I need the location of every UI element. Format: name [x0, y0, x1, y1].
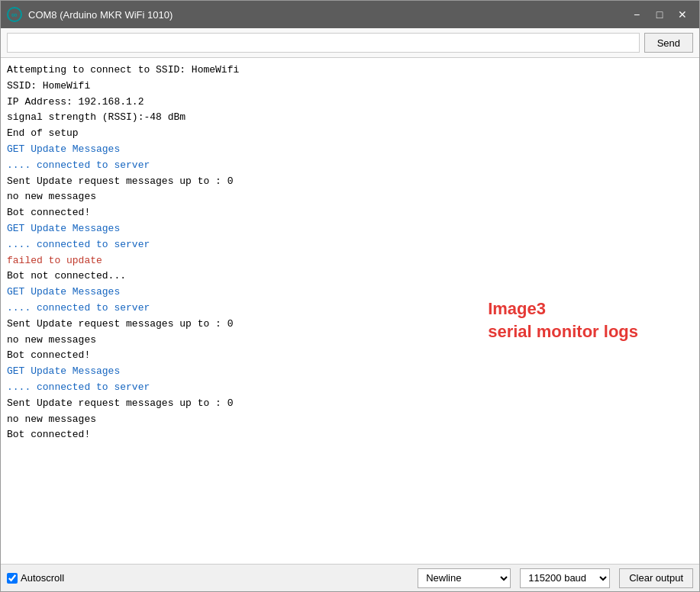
title-bar: ∞ COM8 (Arduino MKR WiFi 1010) − □ ✕: [1, 1, 699, 28]
log-line: IP Address: 192.168.1.2: [7, 95, 693, 111]
log-line: .... connected to server: [7, 237, 693, 253]
log-line: .... connected to server: [7, 301, 693, 317]
log-line: no new messages: [7, 412, 693, 428]
log-line: failed to update: [7, 253, 693, 269]
log-line: Bot connected!: [7, 348, 693, 364]
log-line: SSID: HomeWifi: [7, 79, 693, 95]
log-line: Bot not connected...: [7, 269, 693, 285]
minimize-button[interactable]: −: [626, 4, 647, 25]
window-title: COM8 (Arduino MKR WiFi 1010): [28, 9, 626, 21]
autoscroll-text: Autoscroll: [21, 572, 64, 584]
autoscroll-checkbox[interactable]: [7, 573, 18, 584]
main-window: ∞ COM8 (Arduino MKR WiFi 1010) − □ ✕ Sen…: [0, 0, 700, 592]
log-line: Attempting to connect to SSID: HomeWifi: [7, 63, 693, 79]
maximize-button[interactable]: □: [649, 4, 670, 25]
log-line: no new messages: [7, 189, 693, 205]
serial-input[interactable]: [7, 33, 640, 53]
arduino-logo-icon: ∞: [7, 7, 22, 22]
newline-dropdown[interactable]: No line endingNewlineCarriage returnBoth…: [418, 568, 511, 588]
log-line: Bot connected!: [7, 427, 693, 443]
baud-dropdown[interactable]: 300 baud1200 baud2400 baud4800 baud9600 …: [520, 568, 610, 588]
input-bar: Send: [1, 28, 699, 58]
send-button[interactable]: Send: [644, 33, 693, 53]
log-line: Sent Update request messages up to : 0: [7, 174, 693, 190]
log-line: signal strength (RSSI):-48 dBm: [7, 110, 693, 126]
window-controls: − □ ✕: [626, 4, 693, 25]
log-line: GET Update Messages: [7, 285, 693, 301]
log-line: GET Update Messages: [7, 364, 693, 380]
svg-text:∞: ∞: [11, 10, 18, 19]
log-line: GET Update Messages: [7, 142, 693, 158]
log-line: no new messages: [7, 333, 693, 349]
autoscroll-label: Autoscroll: [7, 572, 64, 584]
log-line: .... connected to server: [7, 380, 693, 396]
clear-output-button[interactable]: Clear output: [619, 568, 693, 588]
log-line: Sent Update request messages up to : 0: [7, 396, 693, 412]
log-line: Sent Update request messages up to : 0: [7, 317, 693, 333]
close-button[interactable]: ✕: [672, 4, 693, 25]
log-line: .... connected to server: [7, 158, 693, 174]
log-line: GET Update Messages: [7, 221, 693, 237]
log-line: Bot connected!: [7, 205, 693, 221]
output-area[interactable]: Attempting to connect to SSID: HomeWifiS…: [1, 58, 699, 564]
status-bar: Autoscroll No line endingNewlineCarriage…: [1, 564, 699, 591]
log-line: End of setup: [7, 126, 693, 142]
